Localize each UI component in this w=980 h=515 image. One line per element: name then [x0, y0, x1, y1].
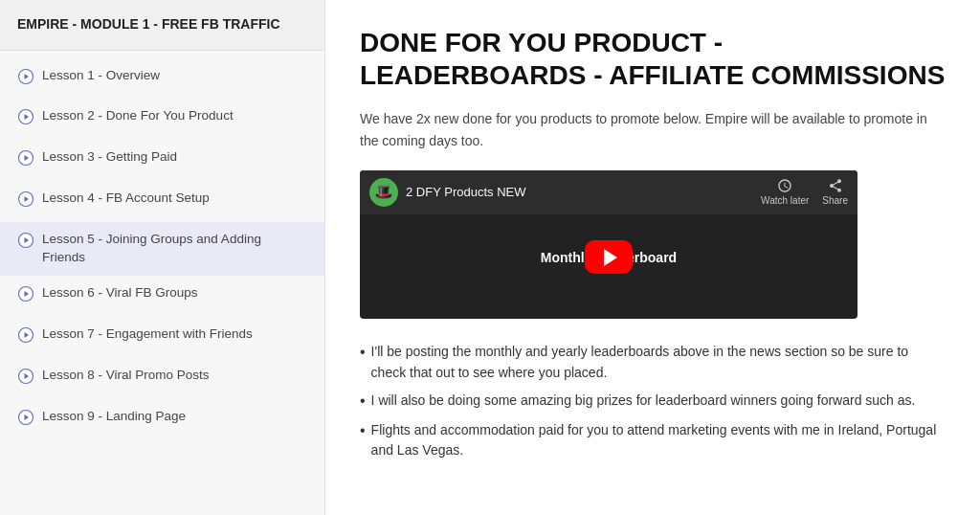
lesson-label: Lesson 5 - Joining Groups and Adding Fri… [42, 231, 307, 267]
lesson-label: Lesson 3 - Getting Paid [42, 148, 177, 167]
sidebar-lesson-item[interactable]: Lesson 5 - Joining Groups and Adding Fri… [0, 222, 324, 276]
sidebar-lesson-item[interactable]: Lesson 8 - Viral Promo Posts [0, 358, 324, 399]
lesson-play-icon [17, 107, 34, 131]
bullet-text: I'll be posting the monthly and yearly l… [371, 342, 946, 383]
bullet-item: I'll be posting the monthly and yearly l… [360, 338, 946, 387]
description-text: We have 2x new done for you products to … [360, 111, 927, 147]
lesson-play-icon [17, 67, 34, 91]
sidebar-lesson-item[interactable]: Lesson 4 - FB Account Setup [0, 181, 324, 222]
bullet-text: Flights and accommodation paid for you t… [371, 420, 946, 461]
sidebar-title: EMPIRE - MODULE 1 - FREE FB TRAFFIC [17, 16, 280, 32]
video-top-bar: 🎩 2 DFY Products NEW Watch later Share [360, 170, 858, 214]
share-btn[interactable]: Share [822, 178, 848, 206]
sidebar: EMPIRE - MODULE 1 - FREE FB TRAFFIC Less… [0, 0, 325, 515]
bullet-text: I will also be doing some amazing big pr… [371, 391, 916, 412]
watch-later-label: Watch later [761, 195, 809, 206]
bullet-item: I will also be doing some amazing big pr… [360, 387, 946, 415]
video-label: 2 DFY Products NEW [406, 185, 761, 199]
app-container: EMPIRE - MODULE 1 - FREE FB TRAFFIC Less… [0, 0, 980, 515]
lesson-play-icon [17, 408, 34, 432]
lesson-label: Lesson 7 - Engagement with Friends [42, 325, 253, 344]
lesson-play-icon [17, 148, 34, 172]
lesson-label: Lesson 9 - Landing Page [42, 408, 186, 426]
lesson-label: Lesson 1 - Overview [42, 67, 160, 85]
lesson-play-icon [17, 367, 34, 391]
sidebar-lesson-item[interactable]: Lesson 2 - Done For You Product [0, 99, 324, 140]
clock-icon [777, 178, 792, 193]
bullet-list: I'll be posting the monthly and yearly l… [360, 338, 946, 465]
sidebar-lesson-item[interactable]: Lesson 6 - Viral FB Groups [0, 276, 324, 317]
sidebar-lesson-item[interactable]: Lesson 3 - Getting Paid [0, 140, 324, 181]
video-middle: Monthly Leaderboard [360, 214, 858, 301]
lesson-label: Lesson 8 - Viral Promo Posts [42, 367, 210, 385]
sidebar-header: EMPIRE - MODULE 1 - FREE FB TRAFFIC [0, 0, 324, 51]
lesson-play-icon [17, 190, 34, 213]
sidebar-lesson-item[interactable]: Lesson 9 - Landing Page [0, 399, 324, 440]
video-player[interactable]: 🎩 2 DFY Products NEW Watch later Share [360, 170, 858, 319]
share-icon [828, 178, 843, 193]
share-label: Share [822, 195, 848, 206]
lesson-list: Lesson 1 - Overview Lesson 2 - Done For … [0, 51, 324, 448]
lesson-label: Lesson 2 - Done For You Product [42, 107, 234, 125]
lesson-label: Lesson 6 - Viral FB Groups [42, 284, 198, 302]
lesson-play-icon [17, 284, 34, 308]
play-button[interactable] [585, 240, 633, 274]
bullet-item: Flights and accommodation paid for you t… [360, 416, 946, 465]
main-content: DONE FOR YOU PRODUCT - LEADERBOARDS - AF… [325, 0, 980, 515]
lesson-label: Lesson 4 - FB Account Setup [42, 190, 210, 208]
page-title: DONE FOR YOU PRODUCT - LEADERBOARDS - AF… [360, 27, 946, 91]
video-avatar: 🎩 [369, 178, 398, 207]
video-actions: Watch later Share [761, 178, 848, 206]
lesson-play-icon [17, 325, 34, 349]
watch-later-btn[interactable]: Watch later [761, 178, 809, 206]
sidebar-lesson-item[interactable]: Lesson 1 - Overview [0, 58, 324, 100]
lesson-play-icon [17, 231, 34, 255]
sidebar-lesson-item[interactable]: Lesson 7 - Engagement with Friends [0, 317, 324, 358]
main-description: We have 2x new done for you products to … [360, 108, 946, 151]
